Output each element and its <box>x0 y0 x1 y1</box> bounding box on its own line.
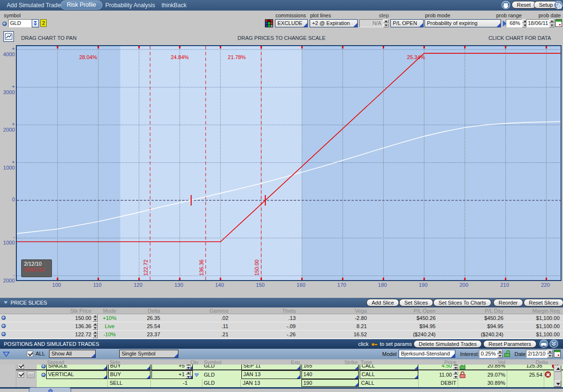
collapse-positions-icon[interactable] <box>550 340 558 348</box>
slice-margin-value: $1,100.00 <box>497 331 560 337</box>
slice-stk-value[interactable]: 150.00 <box>29 315 91 321</box>
risk-profile-window: Add Simulated Trades Risk Profile Probab… <box>0 0 563 392</box>
all-checkbox[interactable] <box>27 351 33 357</box>
date-tooltip: 2/12/10 19/01/13 <box>21 259 52 277</box>
slice-stk-value[interactable]: 122.72 <box>29 331 91 337</box>
slice-delta-value: 25.54 <box>98 323 160 329</box>
slice-bullet-icon <box>1 316 6 320</box>
price-slice-row: 150.00+10%26.35.02.13-2.80$450.26$450.26… <box>0 314 563 322</box>
collapse-slices-icon[interactable] <box>4 301 8 304</box>
x-tick-label: 130 <box>171 282 187 288</box>
prob-date-stepper[interactable] <box>549 19 554 27</box>
scroll-down-icon[interactable] <box>554 380 561 387</box>
delete-simulated-trades-button[interactable]: Delete Simulated Trades <box>413 340 482 348</box>
trade-enabled-checkbox[interactable] <box>18 371 24 378</box>
step-stepper <box>383 19 388 27</box>
trade-date-stepper[interactable] <box>547 350 552 358</box>
svg-text:25.34%: 25.34% <box>407 54 425 60</box>
tab-thinkback[interactable]: thinkBack <box>162 2 187 9</box>
tab-risk-profile[interactable]: Risk Profile <box>61 0 102 10</box>
table-row: Az VERTICAL BUY +1 GLD JAN 13 140 CALL 1… <box>0 370 563 379</box>
reset-slices-button[interactable]: Reset Slices <box>524 299 563 306</box>
trade-settings-icon[interactable]: Az <box>27 371 35 378</box>
x-tick-label: 140 <box>212 282 228 288</box>
price-stepper[interactable] <box>453 365 458 369</box>
set-slices-to-charts-button[interactable]: Set Slices To Charts <box>433 299 491 306</box>
slices-column-header: Vega <box>309 308 367 314</box>
scope-dropdown[interactable]: Single Symbol <box>119 350 178 358</box>
print-icon[interactable] <box>501 1 510 9</box>
exp-dropdown[interactable]: JAN 13 <box>241 370 300 379</box>
qty-stepper[interactable] <box>186 365 191 369</box>
price-input[interactable]: 11.00 <box>423 372 452 378</box>
interest-label: Interest <box>460 351 478 357</box>
price-lock-icon[interactable] <box>460 365 465 369</box>
pl-mode-dropdown[interactable]: P/L OPEN <box>390 19 424 27</box>
commissions-grid-icon[interactable] <box>265 19 273 27</box>
prob-mode-label: prob mode <box>425 12 450 18</box>
model-dropdown[interactable]: Bjerksund-Stensland <box>399 350 455 358</box>
slice-price-stepper[interactable] <box>92 331 98 338</box>
trade-date-calendar-icon[interactable] <box>554 350 561 357</box>
side-cell: SELL <box>110 380 123 386</box>
type-dropdown[interactable]: CALL <box>360 370 418 379</box>
expand-panel-tab[interactable] <box>29 387 71 392</box>
symbol-bullet-icon <box>2 22 7 26</box>
symbol-dropdown-icon[interactable] <box>32 19 39 27</box>
qty-dropdown-icon[interactable] <box>194 373 199 379</box>
risk-profile-chart[interactable]: 122.72136.36150.0028.04%24.84%21.78%25.3… <box>16 45 562 281</box>
tab-probability-analysis[interactable]: Probability Analysis <box>105 2 155 9</box>
strike-dropdown[interactable]: 190 <box>301 379 359 387</box>
set-params-icon <box>371 342 378 348</box>
scroll-up-icon[interactable] <box>554 366 561 372</box>
slice-price-stepper[interactable] <box>92 322 98 330</box>
strike-dropdown[interactable]: 140 <box>301 370 359 379</box>
reset-parameters-button[interactable]: Reset Parameters <box>483 340 537 348</box>
trades-scrollbar[interactable] <box>554 365 562 387</box>
trade-enabled-checkbox[interactable] <box>18 365 24 369</box>
show-filter-dropdown[interactable]: Show All <box>49 350 96 358</box>
reorder-button[interactable]: Reorder <box>493 299 523 306</box>
add-slice-button[interactable]: Add Slice <box>366 299 399 306</box>
table-row: SELL -1 GLD JAN 13 190 CALL DEBIT 30.89% <box>0 379 563 387</box>
interest-stepper[interactable] <box>497 350 502 358</box>
delete-trade-icon[interactable] <box>545 371 551 378</box>
slices-column-header: Margin Req <box>502 308 560 314</box>
qty-stepper[interactable] <box>186 371 191 379</box>
interest-unlock-icon[interactable] <box>504 350 510 357</box>
detach-icon[interactable] <box>554 1 563 9</box>
set-slices-button[interactable]: Set Slices <box>399 299 433 306</box>
delta-cell: 125.35 <box>509 365 542 368</box>
pl-plot[interactable]: 122.72136.36150.0028.04%24.84%21.78%25.3… <box>17 46 561 280</box>
slice-price-stepper[interactable] <box>92 314 98 322</box>
side-dropdown[interactable]: BUY <box>108 370 150 379</box>
spread-dropdown[interactable]: VERTICAL <box>46 370 107 379</box>
bottom-divider <box>0 387 563 389</box>
binoculars-icon[interactable] <box>539 340 548 348</box>
vol-cell: 20.85% <box>474 365 505 368</box>
price-input[interactable]: 4.50 <box>423 365 452 368</box>
linked-charts-badge[interactable]: 2 <box>40 19 47 27</box>
trade-date-input[interactable]: 2/12/10 <box>526 350 547 358</box>
slice-stk-value[interactable]: 136.36 <box>29 323 91 329</box>
slice-vega-value: 16.52 <box>304 331 367 337</box>
tab-add-simulated-trades[interactable]: Add Simulated Trades <box>7 2 63 9</box>
slices-column-header: P/L Open <box>378 308 436 314</box>
reset-button[interactable]: Reset <box>512 1 536 9</box>
interest-input[interactable]: 0.25% <box>479 350 497 358</box>
svg-text:24.84%: 24.84% <box>171 54 189 60</box>
svg-text:150.00: 150.00 <box>254 259 260 276</box>
commissions-dropdown[interactable]: EXCLUDE <box>275 19 308 27</box>
price-slices-bar: PRICE SLICES Add Slice Set Slices Set Sl… <box>0 298 563 307</box>
slice-margin-value: $1,100.00 <box>497 315 560 321</box>
prob-date-calendar-icon[interactable] <box>555 19 562 27</box>
prob-range-label: prob range <box>496 12 522 18</box>
expand-group-icon[interactable] <box>2 351 10 358</box>
price-lock-icon[interactable] <box>460 371 465 378</box>
prob-mode-dropdown[interactable]: Probability of expiring <box>425 19 501 27</box>
prob-range-input[interactable]: 68% <box>506 19 522 27</box>
plot-lines-dropdown[interactable]: +2 @ Expiration <box>310 19 358 27</box>
svg-text:122.72: 122.72 <box>143 259 149 276</box>
prob-date-input[interactable]: 18/06/11 <box>526 19 549 27</box>
symbol-input[interactable]: GLD <box>8 19 32 27</box>
